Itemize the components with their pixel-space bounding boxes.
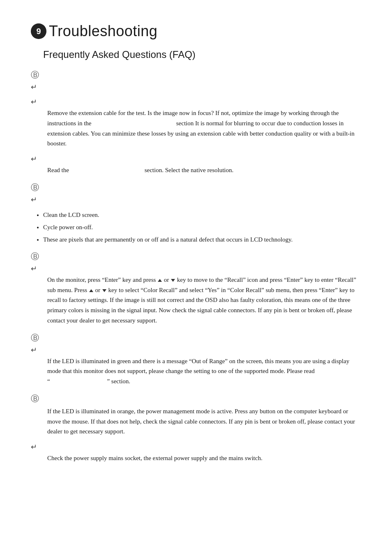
question-icon-6: Ⓑ	[31, 394, 39, 403]
answer-row-1b: ↵	[31, 97, 361, 106]
question-icon-1: Ⓑ	[31, 70, 39, 79]
answer-text-4: On the monitor, press “Enter” key and pr…	[47, 275, 361, 326]
answer-block-4: On the monitor, press “Enter” key and pr…	[47, 275, 361, 326]
answer-block-2: Read the section. Select the native reso…	[47, 165, 361, 175]
chapter-title: Troubleshooting	[49, 23, 157, 40]
question-row-6: Ⓑ	[31, 392, 361, 405]
list-item: These are pixels that are permanently on…	[43, 235, 361, 244]
bullet-list-3: Clean the LCD screen. Cycle power on-off…	[35, 210, 361, 244]
faq-section-6: Ⓑ If the LED is illuminated in orange, t…	[31, 392, 361, 437]
list-item: Cycle power on-off.	[43, 222, 361, 232]
faq-section-1: Ⓑ ↵ ↵ Remove the extension cable for the…	[31, 69, 361, 149]
list-item: Clean the LCD screen.	[43, 210, 361, 220]
arrow-up-icon	[158, 279, 162, 282]
arrow-down-icon	[171, 279, 175, 282]
answer-icon-1b: ↵	[31, 98, 37, 106]
answer-icon-4: ↵	[31, 265, 37, 273]
answer-icon-2: ↵	[31, 155, 37, 163]
faq-heading: Frequently Asked Questions (FAQ)	[43, 49, 361, 60]
answer-icon-1a: ↵	[31, 83, 37, 91]
question-icon-5: Ⓑ	[31, 333, 39, 342]
question-icon-3: Ⓑ	[31, 183, 39, 192]
question-row-3: Ⓑ	[31, 181, 361, 193]
faq-section-2: ↵ Read the section. Select the native re…	[31, 154, 361, 175]
page-title: 9 Troubleshooting	[31, 23, 361, 40]
answer-row-4: ↵	[31, 264, 361, 273]
faq-section-7: ↵ Check the power supply mains socket, t…	[31, 442, 361, 463]
question-row-1: Ⓑ	[31, 69, 361, 81]
question-icon-4: Ⓑ	[31, 252, 39, 261]
answer-block-1: Remove the extension cable for the test.…	[47, 108, 361, 149]
question-row-4: Ⓑ	[31, 250, 361, 263]
faq-section-3: Ⓑ ↵ Clean the LCD screen. Cycle power on…	[31, 181, 361, 244]
answer-icon-3: ↵	[31, 196, 37, 204]
answer-text-7: Check the power supply mains socket, the…	[47, 453, 361, 463]
chapter-number: 9	[31, 23, 46, 39]
answer-row-7: ↵	[31, 442, 361, 451]
arrow-down-icon	[102, 289, 106, 292]
faq-section-4: Ⓑ ↵ On the monitor, press “Enter” key an…	[31, 250, 361, 326]
answer-text-2: Read the section. Select the native reso…	[47, 165, 361, 175]
answer-block-5: If the LED is illuminated in green and t…	[47, 356, 361, 387]
answer-text-1: Remove the extension cable for the test.…	[47, 108, 361, 149]
question-row-5: Ⓑ	[31, 332, 361, 344]
answer-text-5: If the LED is illuminated in green and t…	[47, 356, 361, 387]
answer-row-3: ↵	[31, 195, 361, 204]
answer-icon-5: ↵	[31, 346, 37, 354]
answer-icon-7: ↵	[31, 443, 37, 451]
answer-row-1a: ↵	[31, 83, 361, 92]
arrow-up-icon	[89, 289, 93, 292]
faq-section-5: Ⓑ ↵ If the LED is illuminated in green a…	[31, 332, 361, 387]
answer-row-5: ↵	[31, 345, 361, 355]
answer-block-6: If the LED is illuminated in orange, the…	[47, 406, 361, 437]
answer-text-6: If the LED is illuminated in orange, the…	[47, 406, 361, 437]
answer-row-2: ↵	[31, 154, 361, 164]
answer-block-7: Check the power supply mains socket, the…	[47, 453, 361, 463]
